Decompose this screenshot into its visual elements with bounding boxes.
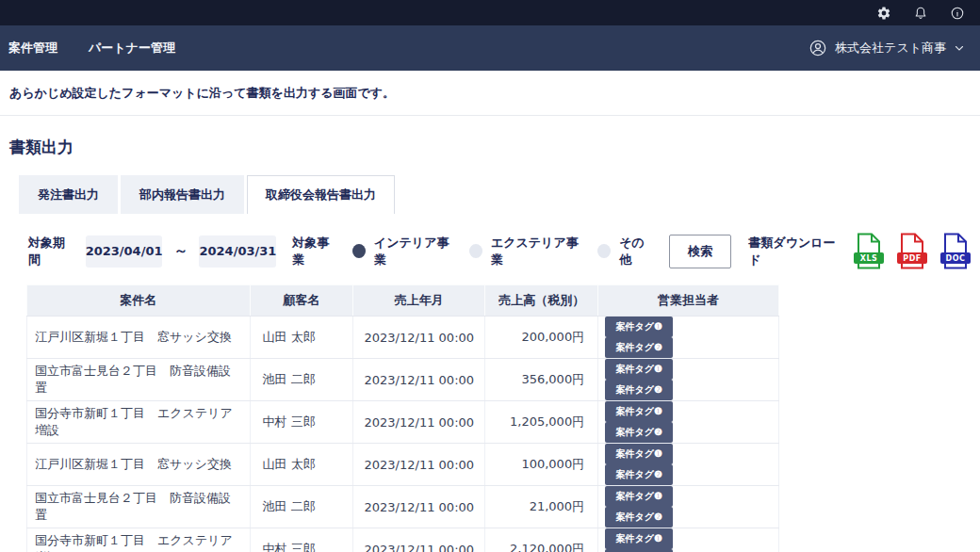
radio-selected-icon <box>352 244 366 258</box>
amount-cell: 2,120,000円 <box>485 528 598 552</box>
amount-cell: 100,000円 <box>485 444 598 486</box>
sales-month-cell: 2023/12/11 00:00 <box>353 401 485 444</box>
amount-cell: 356,000円 <box>485 359 598 401</box>
radio-interior-business[interactable]: インテリア事業 <box>352 235 455 268</box>
table-row: 国立市富士見台２丁目 防音設備設置 池田 二郎 2023/12/11 00:00… <box>27 486 779 528</box>
radio-label: その他 <box>619 235 654 268</box>
tab-board-report-output[interactable]: 取締役会報告書出力 <box>247 175 395 214</box>
page-title: 書類出力 <box>9 137 971 158</box>
case-tag-1-button[interactable]: 案件タグ❶ <box>605 401 673 422</box>
tags-cell: 案件タグ❶ 案件タグ❷ <box>598 359 779 401</box>
download-icons: XLS PDF DOC <box>854 232 971 270</box>
settings-icon[interactable] <box>875 5 891 21</box>
case-tag-1-button[interactable]: 案件タグ❶ <box>605 486 673 507</box>
tags-cell: 案件タグ❶ 案件タグ❷ <box>598 401 779 444</box>
header-project-name: 案件名 <box>27 285 251 317</box>
chevron-down-icon <box>954 42 965 54</box>
radio-unselected-icon <box>597 244 611 258</box>
pdf-label: PDF <box>897 252 927 264</box>
customer-cell: 山田 太郎 <box>250 317 353 359</box>
header-customer-name: 顧客名 <box>250 285 353 317</box>
tags-cell: 案件タグ❶ 案件タグ❷ <box>598 528 779 552</box>
case-tag-1-button[interactable]: 案件タグ❶ <box>605 444 673 464</box>
project-name-cell: 国分寺市新町１丁目 エクステリア増設 <box>27 528 251 552</box>
pdf-download-icon[interactable]: PDF <box>897 232 927 270</box>
customer-cell: 山田 太郎 <box>250 444 353 486</box>
project-name-cell: 江戸川区新堀１丁目 窓サッシ交換 <box>27 317 251 359</box>
doc-label: DOC <box>940 252 971 264</box>
table-row: 国分寺市新町１丁目 エクステリア増設 中村 三郎 2023/12/11 00:0… <box>27 401 779 444</box>
amount-cell: 21,000円 <box>485 486 598 528</box>
table-header-row: 案件名 顧客名 売上年月 売上高（税別） 営業担当者 <box>27 285 779 317</box>
xls-download-icon[interactable]: XLS <box>854 232 884 270</box>
amount-cell: 1,205,000円 <box>485 401 598 444</box>
output-tabs: 発注書出力 部内報告書出力 取締役会報告書出力 <box>19 175 971 214</box>
nav-item-case-management[interactable]: 案件管理 <box>8 40 57 57</box>
radio-exterior-business[interactable]: エクステリア事業 <box>469 235 583 268</box>
sales-month-cell: 2023/12/11 00:00 <box>353 486 485 528</box>
table-row: 国分寺市新町１丁目 エクステリア増設 中村 三郎 2023/12/11 00:0… <box>27 528 779 552</box>
radio-label: インテリア事業 <box>374 235 455 268</box>
project-name-cell: 江戸川区新堀１丁目 窓サッシ交換 <box>27 444 251 486</box>
period-label: 対象期間 <box>28 235 74 268</box>
notifications-icon[interactable] <box>912 5 928 21</box>
radio-unselected-icon <box>469 244 482 258</box>
customer-cell: 中村 三郎 <box>250 528 353 552</box>
filter-bar: 対象期間 2023/04/01 ～ 2024/03/31 対象事業 インテリア事… <box>28 232 971 270</box>
date-to-input[interactable]: 2024/03/31 <box>199 235 276 268</box>
user-icon <box>808 39 827 57</box>
case-tag-2-button[interactable]: 案件タグ❷ <box>605 422 673 443</box>
case-tag-1-button[interactable]: 案件タグ❶ <box>605 359 673 380</box>
sales-month-cell: 2023/12/11 00:00 <box>353 317 485 359</box>
main-nav: 案件管理 パートナー管理 株式会社テスト商事 <box>0 25 980 71</box>
info-icon[interactable] <box>949 5 965 21</box>
sales-month-cell: 2023/12/11 00:00 <box>353 359 485 401</box>
sales-month-cell: 2023/12/11 00:00 <box>353 444 485 486</box>
sales-month-cell: 2023/12/11 00:00 <box>353 528 485 552</box>
company-name: 株式会社テスト商事 <box>835 40 946 57</box>
header-sales-month: 売上年月 <box>353 285 485 317</box>
search-button[interactable]: 検索 <box>669 235 732 268</box>
case-tag-1-button[interactable]: 案件タグ❶ <box>605 317 673 337</box>
table-row: 江戸川区新堀１丁目 窓サッシ交換 山田 太郎 2023/12/11 00:00 … <box>27 317 779 359</box>
tab-internal-report-output[interactable]: 部内報告書出力 <box>121 175 244 214</box>
project-name-cell: 国立市富士見台２丁目 防音設備設置 <box>27 486 251 528</box>
project-name-cell: 国立市富士見台２丁目 防音設備設置 <box>27 359 251 401</box>
tags-cell: 案件タグ❶ 案件タグ❷ <box>598 317 779 359</box>
case-tag-2-button[interactable]: 案件タグ❷ <box>605 337 673 358</box>
date-from-input[interactable]: 2023/04/01 <box>86 235 163 268</box>
xls-label: XLS <box>854 252 884 264</box>
doc-download-icon[interactable]: DOC <box>940 232 971 270</box>
radio-label: エクステリア事業 <box>491 235 583 268</box>
content-area: 書類出力 発注書出力 部内報告書出力 取締役会報告書出力 対象期間 2023/0… <box>0 137 980 552</box>
project-name-cell: 国分寺市新町１丁目 エクステリア増設 <box>27 401 251 444</box>
page-description: あらかじめ設定したフォーマットに沿って書類を出力する画面です。 <box>0 71 980 116</box>
utility-bar <box>0 0 980 25</box>
account-menu[interactable]: 株式会社テスト商事 <box>808 39 965 57</box>
tab-order-output[interactable]: 発注書出力 <box>19 175 118 214</box>
tilde-separator: ～ <box>173 242 188 260</box>
business-label: 対象事業 <box>292 235 338 268</box>
case-tag-2-button[interactable]: 案件タグ❷ <box>605 464 673 485</box>
header-sales-amount: 売上高（税別） <box>485 285 598 317</box>
tags-cell: 案件タグ❶ 案件タグ❷ <box>598 486 779 528</box>
table-row: 江戸川区新堀１丁目 窓サッシ交換 山田 太郎 2023/12/11 00:00 … <box>27 444 779 486</box>
radio-other-business[interactable]: その他 <box>597 235 653 268</box>
table-row: 国立市富士見台２丁目 防音設備設置 池田 二郎 2023/12/11 00:00… <box>27 359 779 401</box>
download-label: 書類ダウンロード <box>748 235 841 268</box>
tags-cell: 案件タグ❶ 案件タグ❷ <box>598 444 779 486</box>
customer-cell: 中村 三郎 <box>250 401 353 444</box>
header-sales-rep: 営業担当者 <box>598 285 779 317</box>
case-tag-1-button[interactable]: 案件タグ❶ <box>605 528 673 549</box>
customer-cell: 池田 二郎 <box>250 486 353 528</box>
case-tag-2-button[interactable]: 案件タグ❷ <box>605 380 673 400</box>
customer-cell: 池田 二郎 <box>250 359 353 401</box>
documents-table: 案件名 顧客名 売上年月 売上高（税別） 営業担当者 江戸川区新堀１丁目 窓サッ… <box>26 284 779 552</box>
amount-cell: 200,000円 <box>485 317 598 359</box>
nav-item-partner-management[interactable]: パートナー管理 <box>89 40 175 57</box>
case-tag-2-button[interactable]: 案件タグ❷ <box>605 507 673 528</box>
